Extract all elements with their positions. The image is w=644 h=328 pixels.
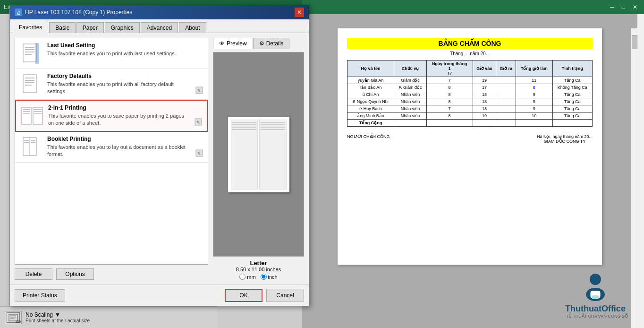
favorite-thumb-last-used [20,42,42,65]
svg-rect-8 [23,44,36,62]
footer-left: Printer Status [15,289,225,302]
favorite-title-booklet: Booklet Printing [47,136,191,142]
watermark-area: ThuthuatOffice THỦ THUẬT CHA VĂN CONG SỐ [563,271,628,319]
delete-button[interactable]: Delete [15,268,52,280]
edit-icon-2in1: ✎ [195,118,202,126]
dialog-titlebar-left: 🖨 HP Laser 103 107 108 (Copy 1) Properti… [15,9,132,16]
tab-graphics[interactable]: Graphics [105,22,140,33]
svg-rect-27 [34,111,42,112]
svg-rect-25 [23,113,30,114]
radio-inch-input[interactable] [261,274,267,280]
tabs-bar: Favorites Basic Paper Graphics Advanced … [10,19,309,33]
svg-text:✎: ✎ [197,88,201,93]
preview-area [213,52,304,257]
preview-panel: 👁 Preview ⚙ Details [213,38,304,280]
printer-status-button[interactable]: Printer Status [15,289,65,302]
preview-tab-preview[interactable]: 👁 Preview [213,38,253,49]
favorite-item-2in1[interactable]: 2-in-1 Printing This favorite enables yo… [15,100,208,132]
col-role: Chức vụ [394,60,426,77]
svg-rect-16 [25,80,34,81]
footer-left: NGƯỜI CHẤM CÔNG [347,134,390,144]
edit-icon-booklet: ✎ [195,149,203,157]
favorites-buttons: Delete Options [15,268,208,280]
preview-tab-details[interactable]: ⚙ Details [253,38,290,49]
svg-rect-3 [592,295,599,299]
svg-rect-17 [25,82,34,83]
col-in: Giờ vào [473,60,496,77]
tab-about[interactable]: About [179,22,206,33]
favorites-list: Last Used Setting This favorite enables … [15,38,208,265]
unit-inch-label: inch [268,274,278,280]
cancel-button[interactable]: Cancel [266,289,304,302]
doc-subtitle: Tháng ... năm 20... [347,51,593,56]
svg-text:✎: ✎ [196,120,200,125]
preview-size-label: Letter [213,259,304,267]
scrollbar-thumb[interactable] [632,35,637,49]
preview-icon: 👁 [219,40,225,47]
preview-units: mm inch [213,274,304,280]
svg-rect-12 [25,54,32,55]
favorite-title-last-used: Last Used Setting [47,42,203,49]
dialog-footer: Printer Status OK Cancel [10,285,309,306]
details-icon: ⚙ [259,40,264,47]
2in1-edit-icon[interactable]: ✎ [195,118,202,127]
svg-rect-14 [23,75,36,93]
col-total: Tổng giờ làm [516,60,552,77]
footer-right: OK Cancel [225,289,304,302]
excel-minimize-icon[interactable]: ─ [607,4,617,10]
tab-basic[interactable]: Basic [49,22,75,33]
factory-edit-icon[interactable]: ✎ [195,86,203,95]
svg-rect-11 [25,52,34,52]
dialog-title: HP Laser 103 107 108 (Copy 1) Properties [25,9,132,16]
favorite-item-last-used[interactable]: Last Used Setting This favorite enables … [15,38,208,69]
watermark-sub: THỦ THUẬT CHA VĂN CONG SỐ [563,314,628,319]
ok-button[interactable]: OK [225,289,263,302]
favorite-info-2in1: 2-in-1 Printing This favorite enables yo… [48,104,190,127]
svg-point-0 [590,274,601,285]
printer-icon: 🖨 [15,9,22,16]
page-icon-last-used [22,43,40,64]
scrollbar[interactable] [631,28,637,328]
svg-rect-13 [35,43,39,64]
tab-paper[interactable]: Paper [76,22,104,33]
favorites-panel: Last Used Setting This favorite enables … [15,38,208,280]
tab-favorites[interactable]: Favorites [13,22,48,33]
doc-table: Họ và tên Chức vụ Ngày trong tháng1T7 Gi… [347,60,593,127]
radio-inch[interactable]: inch [261,274,278,280]
svg-rect-28 [34,113,42,114]
favorite-desc-factory-defaults: This favorite enables you to print with … [47,81,191,95]
favorite-thumb-factory-defaults [20,73,42,95]
options-button[interactable]: Options [56,268,94,280]
table-row: ẽ Huy BáchNhân viên7189Tăng Ca [347,105,593,112]
svg-rect-26 [34,109,42,110]
table-row: rần Bảo AnP. Giám đốc8178Không Tăng Ca [347,84,593,91]
table-row: ẽ Ngọc Quỳnh NhiNhân viên8189Tăng Ca [347,98,593,105]
favorite-item-booklet[interactable]: Booklet Printing This favorite enables y… [15,132,208,163]
col-days: Ngày trong tháng1T7 [426,60,473,77]
svg-rect-34 [24,142,29,143]
favorite-desc-2in1: This favorite enables you to save paper … [48,112,190,127]
preview-paper-right [259,120,287,190]
favorite-thumb-booklet [20,136,42,158]
svg-rect-9 [25,47,34,48]
preview-tab-label: Preview [227,40,247,47]
favorite-thumb-2in1 [21,104,43,127]
tab-advanced[interactable]: Advanced [141,22,178,33]
footer-right-line1: Hà Nội, ngày tháng năm 20... [537,134,593,139]
favorite-desc-last-used: This favorite enables you to print with … [47,50,203,57]
watermark-name: ThuthuatOffice [565,304,626,314]
favorite-item-factory-defaults[interactable]: Factory Defaults This favorite enables y… [15,69,208,100]
radio-mm-input[interactable] [239,274,246,280]
details-tab-label: Details [266,40,284,47]
preview-size-info: Letter 8.50 x 11.00 inches mm inch [213,259,304,280]
preview-paper [228,117,289,192]
booklet-edit-icon[interactable]: ✎ [195,149,203,158]
table-row: ảng Minh BảoNhân viên81910Tăng Ca [347,112,593,120]
radio-mm[interactable]: mm [239,274,255,280]
footer-right-line2: GIÁM ĐỐC CÔNG TY [537,139,593,144]
edit-icon: ✎ [195,86,203,94]
excel-close-icon[interactable]: ✕ [630,4,640,10]
excel-maximize-icon[interactable]: □ [619,4,628,10]
dialog-close-button[interactable]: ✕ [295,8,304,17]
favorite-info-last-used: Last Used Setting This favorite enables … [47,42,203,57]
